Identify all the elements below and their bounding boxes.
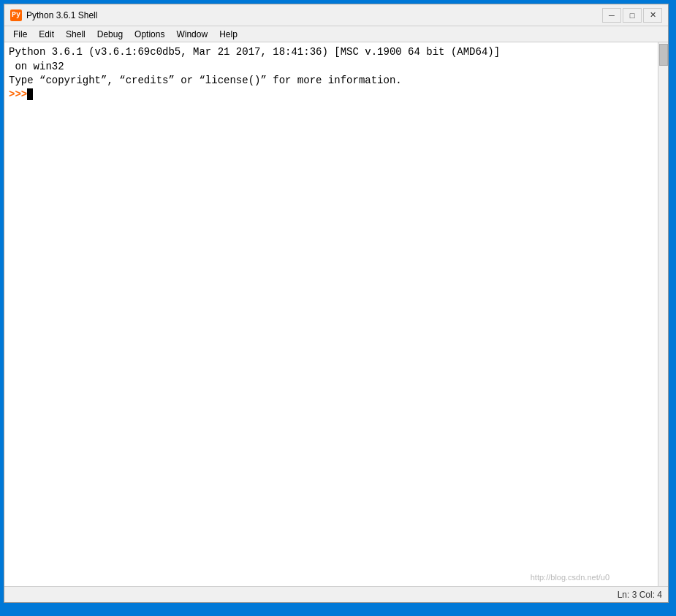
app-icon: Py [10, 9, 22, 21]
menu-window[interactable]: Window [170, 26, 213, 42]
menu-options[interactable]: Options [129, 26, 170, 42]
shell-prompt-line: >>> [9, 88, 664, 100]
menu-debug[interactable]: Debug [91, 26, 129, 42]
close-button[interactable]: ✕ [643, 8, 662, 23]
window-controls: ─ □ ✕ [602, 8, 662, 23]
python-shell-window: Py Python 3.6.1 Shell ─ □ ✕ File Edit Sh… [4, 4, 669, 603]
minimize-button[interactable]: ─ [602, 8, 621, 23]
watermark: http://blog.csdn.net/u0 [531, 573, 609, 582]
scrollbar[interactable] [658, 42, 668, 586]
shell-line-1: Python 3.6.1 (v3.6.1:69c0db5, Mar 21 201… [9, 45, 664, 60]
menu-file[interactable]: File [7, 26, 33, 42]
title-bar-left: Py Python 3.6.1 Shell [10, 9, 97, 21]
shell-line-2: on win32 [9, 60, 664, 75]
status-bar: http://blog.csdn.net/u0 Ln: 3 Col: 4 [4, 586, 668, 602]
shell-cursor [27, 88, 33, 100]
title-bar: Py Python 3.6.1 Shell ─ □ ✕ [4, 4, 668, 26]
shell-content[interactable]: Python 3.6.1 (v3.6.1:69c0db5, Mar 21 201… [4, 42, 668, 586]
status-text: Ln: 3 Col: 4 [618, 590, 662, 600]
scrollbar-thumb[interactable] [659, 44, 668, 66]
shell-prompt: >>> [9, 88, 27, 100]
menu-shell[interactable]: Shell [60, 26, 91, 42]
menu-bar: File Edit Shell Debug Options Window Hel… [4, 26, 668, 42]
window-title: Python 3.6.1 Shell [26, 10, 97, 20]
menu-help[interactable]: Help [213, 26, 243, 42]
maximize-button[interactable]: □ [623, 8, 642, 23]
shell-line-3: Type “copyright”, “credits” or “license(… [9, 74, 664, 88]
menu-edit[interactable]: Edit [33, 26, 60, 42]
